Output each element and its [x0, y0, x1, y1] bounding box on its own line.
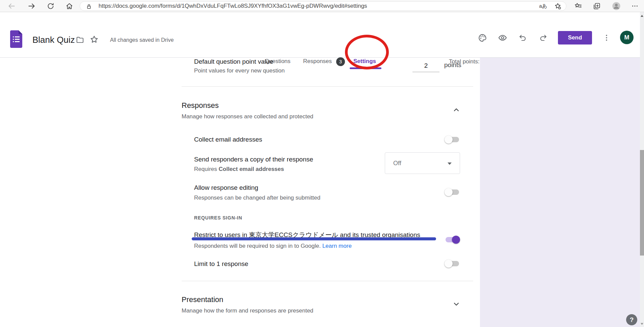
profile-icon — [612, 1, 621, 11]
forms-header: Blank Quiz All changes saved in Drive Se… — [0, 12, 644, 58]
home-icon — [65, 2, 74, 10]
restrict-users-toggle[interactable] — [446, 237, 459, 242]
redo-icon — [539, 33, 547, 42]
help-button[interactable]: ? — [626, 314, 637, 325]
account-avatar[interactable]: M — [620, 31, 634, 44]
points-value-input[interactable]: 2 — [412, 60, 439, 72]
more-options-button[interactable] — [601, 33, 612, 43]
palette-icon — [478, 33, 487, 42]
browser-add-favorite-button[interactable] — [553, 1, 563, 11]
expand-presentation-button[interactable] — [452, 300, 461, 308]
vertical-scrollbar[interactable] — [640, 12, 644, 327]
allow-editing-toggle[interactable] — [446, 189, 459, 195]
send-copy-title: Send responders a copy of their response — [194, 156, 313, 163]
points-unit-label: points — [444, 61, 461, 69]
tab-settings[interactable]: Settings — [353, 58, 376, 65]
browser-home-button[interactable] — [64, 1, 74, 11]
browser-refresh-button[interactable] — [46, 1, 56, 11]
scroll-up-arrow-icon[interactable] — [641, 15, 643, 17]
collect-email-toggle[interactable] — [446, 137, 459, 142]
scroll-down-arrow-icon[interactable] — [641, 323, 643, 325]
undo-icon — [518, 33, 527, 42]
refresh-icon — [47, 2, 55, 10]
default-points-subtitle: Point values for every new question — [194, 67, 285, 74]
browser-menu-button[interactable] — [630, 1, 640, 11]
restrict-users-title: Restrict to users in 東京大学ECCSクラウドメール and… — [194, 231, 420, 239]
allow-editing-title: Allow response editing — [194, 184, 258, 191]
browser-toolbar: https://docs.google.com/forms/d/1QwhDxVd… — [0, 0, 644, 12]
responses-count-badge: 3 — [336, 57, 345, 66]
send-button[interactable]: Send — [558, 31, 592, 44]
star-icon — [89, 35, 99, 44]
document-title[interactable]: Blank Quiz — [32, 35, 75, 45]
undo-button[interactable] — [518, 33, 528, 43]
lock-icon — [85, 3, 92, 10]
tab-responses[interactable]: Responses — [303, 58, 332, 65]
responses-section-subtitle: Manage how responses are collected and p… — [182, 113, 313, 120]
ellipsis-icon — [631, 2, 639, 10]
translate-icon: aあ — [539, 3, 547, 9]
star-form-button[interactable] — [89, 34, 99, 44]
learn-more-link[interactable]: Learn more — [322, 243, 352, 249]
dropdown-selected-value: Off — [393, 160, 401, 167]
requires-bold-text: Collect email addresses — [219, 166, 284, 172]
eye-icon — [498, 33, 507, 42]
scrollbar-thumb[interactable] — [640, 150, 644, 256]
dropdown-caret-icon — [448, 162, 452, 165]
browser-favorites-bar-button[interactable] — [573, 1, 583, 11]
browser-forward-button[interactable] — [27, 1, 37, 11]
collect-email-title: Collect email addresses — [194, 136, 262, 143]
screen: https://docs.google.com/forms/d/1QwhDxVd… — [0, 0, 644, 327]
browser-back-button[interactable] — [6, 1, 17, 11]
collapse-responses-button[interactable] — [452, 106, 461, 114]
kebab-menu-icon — [602, 34, 611, 42]
background-panel — [480, 58, 640, 327]
presentation-section-subtitle: Manage how the form and responses are pr… — [182, 307, 313, 314]
send-copy-dropdown[interactable]: Off — [385, 152, 460, 174]
google-forms-logo-icon[interactable] — [10, 30, 22, 48]
preview-button[interactable] — [498, 33, 508, 43]
customize-theme-button[interactable] — [477, 33, 487, 43]
favorites-list-icon — [574, 2, 582, 10]
divider — [182, 281, 473, 281]
requires-signin-label: REQUIRES SIGN-IN — [194, 215, 242, 220]
presentation-section-title: Presentation — [182, 295, 223, 304]
browser-translate-button[interactable]: aあ — [538, 1, 548, 11]
url-text[interactable]: https://docs.google.com/forms/d/1QwhDxVd… — [99, 3, 367, 9]
divider — [182, 86, 473, 87]
forward-arrow-icon — [27, 2, 36, 10]
browser-collections-button[interactable] — [592, 1, 602, 11]
move-to-folder-button[interactable] — [75, 35, 85, 45]
limit-one-toggle[interactable] — [446, 261, 459, 266]
folder-icon — [76, 35, 84, 44]
limit-one-title: Limit to 1 response — [194, 260, 248, 268]
allow-editing-subtitle: Responses can be changed after being sub… — [194, 195, 320, 201]
browser-profile-button[interactable] — [611, 1, 621, 11]
back-arrow-icon — [7, 2, 16, 10]
question-mark-icon: ? — [630, 316, 634, 324]
default-points-title: Default question point value — [194, 58, 273, 65]
redo-button[interactable] — [538, 33, 548, 43]
send-copy-requires-text: Requires Collect email addresses — [194, 166, 284, 173]
restrict-users-subtitle: Respondents will be required to sign in … — [194, 243, 352, 249]
star-plus-icon — [554, 2, 562, 10]
responses-section-title: Responses — [182, 101, 219, 110]
settings-tab-underline — [350, 67, 381, 69]
chevron-down-icon — [452, 300, 461, 308]
chevron-up-icon — [452, 106, 461, 114]
save-status-text: All changes saved in Drive — [110, 37, 174, 43]
collections-icon — [593, 2, 601, 10]
